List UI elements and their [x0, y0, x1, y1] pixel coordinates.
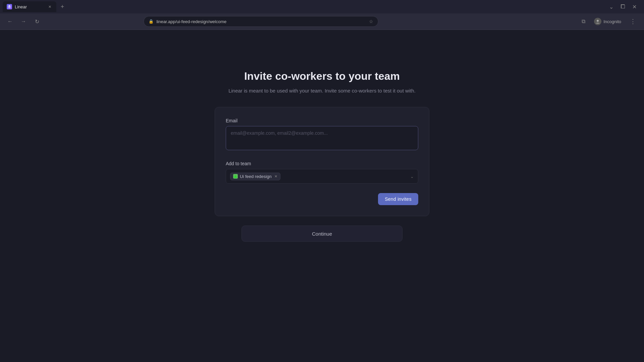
team-icon: [233, 174, 238, 179]
card-footer: Send invites: [226, 193, 418, 205]
url-text: linear.app/ui-feed-redesign/welcome: [156, 19, 366, 24]
svg-point-2: [597, 20, 599, 22]
selector-chevron-icon: ⌄: [410, 174, 414, 179]
email-group: Email: [226, 118, 418, 152]
restore-button[interactable]: ⧠: [618, 3, 628, 10]
continue-button[interactable]: Continue: [241, 226, 402, 242]
main-content: Invite co-workers to your team Linear is…: [0, 30, 644, 362]
bookmark-icon[interactable]: ☆: [369, 19, 373, 24]
address-bar: ← → ↻ 🔒 linear.app/ui-feed-redesign/welc…: [0, 13, 644, 29]
tab-bar: Linear ✕ + ⌄ ⧠ ✕: [0, 0, 644, 13]
tab-title: Linear: [15, 4, 44, 9]
window-controls: ⌄ ⧠ ✕: [607, 3, 641, 11]
extensions-button[interactable]: ⧉: [579, 17, 588, 26]
team-label: Add to team: [226, 161, 418, 166]
forward-button[interactable]: →: [19, 17, 28, 26]
back-button[interactable]: ←: [5, 17, 15, 26]
email-input[interactable]: [226, 126, 418, 150]
team-group: Add to team Ui feed redesign ✕ ⌄: [226, 161, 418, 184]
more-options-button[interactable]: ⋮: [627, 16, 639, 26]
team-selector[interactable]: Ui feed redesign ✕ ⌄: [226, 169, 418, 184]
page-title: Invite co-workers to your team: [244, 70, 400, 82]
minimize-button[interactable]: ⌄: [607, 3, 615, 11]
close-button[interactable]: ✕: [630, 3, 639, 11]
team-remove-button[interactable]: ✕: [274, 174, 277, 179]
invite-card: Email Add to team Ui feed redesign ✕ ⌄: [215, 107, 429, 216]
team-name: Ui feed redesign: [240, 174, 272, 179]
tab-favicon-icon: [7, 4, 12, 9]
incognito-label: Incognito: [603, 19, 621, 24]
send-invites-button[interactable]: Send invites: [378, 193, 418, 205]
incognito-button[interactable]: Incognito: [591, 16, 625, 26]
page-subtitle: Linear is meant to be used with your tea…: [228, 88, 416, 94]
incognito-icon: [594, 18, 601, 25]
team-tag: Ui feed redesign ✕: [230, 173, 280, 180]
browser-actions: ⧉ Incognito ⋮: [579, 16, 639, 26]
lock-icon: 🔒: [149, 19, 154, 24]
svg-point-1: [9, 5, 10, 7]
new-tab-button[interactable]: +: [58, 2, 67, 11]
browser-chrome: Linear ✕ + ⌄ ⧠ ✕ ← → ↻ 🔒 linear.app/ui-f…: [0, 0, 644, 30]
tab-close-button[interactable]: ✕: [47, 4, 52, 9]
reload-button[interactable]: ↻: [32, 17, 42, 26]
url-bar[interactable]: 🔒 linear.app/ui-feed-redesign/welcome ☆: [144, 16, 378, 27]
active-tab[interactable]: Linear ✕: [3, 1, 56, 12]
email-label: Email: [226, 118, 418, 123]
